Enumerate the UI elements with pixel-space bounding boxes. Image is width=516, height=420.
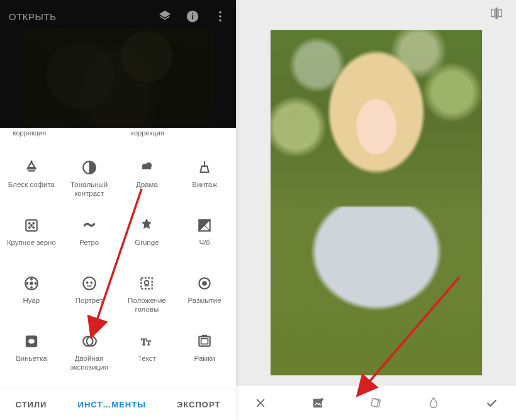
svg-point-19	[30, 278, 32, 280]
tool-frames[interactable]: Рамки	[176, 329, 233, 384]
svg-rect-26	[142, 278, 152, 288]
svg-point-12	[33, 222, 35, 224]
tool-label: Положение головы	[120, 296, 173, 314]
svg-point-11	[28, 222, 30, 224]
tool-label: Портрет	[76, 296, 103, 305]
tool-blur[interactable]: Размытие	[176, 271, 233, 326]
tool-noir[interactable]: Нуар	[3, 271, 60, 326]
tool-label: Двойная экспозиция	[63, 354, 116, 372]
main-photo[interactable]	[271, 30, 482, 375]
grunge-icon	[138, 217, 155, 234]
add-image-icon[interactable]	[311, 396, 325, 410]
vintage-icon	[196, 159, 213, 176]
svg-rect-1	[192, 15, 193, 19]
left-panel: ОТКРЫТЬ коррекция коррекция	[0, 0, 236, 420]
noir-icon	[23, 275, 40, 292]
tool-double-exposure[interactable]: Двойная экспозиция	[60, 329, 118, 384]
tab-styles[interactable]: СТИЛИ	[16, 400, 47, 409]
tool-label: Ретро	[79, 238, 99, 247]
right-top-bar	[236, 0, 516, 29]
tool-vintage[interactable]: Винтаж	[176, 155, 233, 210]
svg-point-15	[30, 225, 32, 227]
tab-tools[interactable]: ИНСТ…МЕНТЫ	[78, 400, 146, 409]
tool-grunge[interactable]: Grunge	[118, 213, 176, 268]
tool-label: Блеск софита	[8, 180, 55, 189]
tool-text[interactable]: TT Текст	[118, 329, 176, 384]
tool-tonal-contrast[interactable]: Тональный контраст	[60, 155, 118, 210]
svg-text:T: T	[141, 337, 147, 347]
portrait-icon	[81, 275, 98, 292]
tool-drama[interactable]: Драма	[118, 155, 176, 210]
tool-glamour-glow[interactable]: Блеск софита	[3, 155, 60, 210]
text-icon: TT	[138, 332, 155, 350]
tool-label: Ч/б	[199, 238, 210, 247]
svg-point-3	[219, 11, 222, 14]
tool-label: Размытие	[188, 296, 222, 305]
tool-label: Винтаж	[192, 180, 217, 189]
canvas-area	[236, 29, 516, 386]
tool-label: Рамки	[194, 354, 215, 363]
grainy-film-icon	[23, 217, 40, 234]
open-button[interactable]: ОТКРЫТЬ	[9, 11, 158, 22]
tool-label: Крупное зерно	[7, 238, 56, 247]
tab-export[interactable]: ЭКСПОРТ	[177, 400, 220, 409]
double-exposure-icon	[81, 332, 98, 350]
svg-point-9	[146, 162, 152, 168]
tool-label: Тональный контраст	[63, 180, 116, 198]
compare-icon[interactable]	[490, 6, 503, 23]
svg-rect-2	[192, 13, 193, 14]
tool-grainy-film[interactable]: Крупное зерно	[3, 213, 60, 268]
svg-point-4	[219, 15, 222, 18]
svg-point-13	[28, 227, 30, 229]
app-bar: ОТКРЫТЬ	[0, 0, 236, 33]
svg-point-23	[83, 277, 96, 290]
svg-point-20	[30, 287, 32, 288]
truncated-labels-row: коррекция коррекция	[0, 128, 236, 147]
more-vert-icon[interactable]	[213, 9, 227, 23]
left-preview-area: ОТКРЫТЬ коррекция коррекция	[0, 0, 236, 147]
svg-point-5	[219, 20, 222, 22]
tool-label: Grunge	[135, 238, 159, 247]
tool-retrolux[interactable]: Ретро	[60, 213, 118, 268]
svg-point-21	[26, 283, 28, 285]
check-icon[interactable]	[485, 396, 498, 410]
layers-icon[interactable]	[158, 9, 172, 23]
head-pose-icon	[138, 275, 155, 292]
info-icon[interactable]	[186, 9, 199, 23]
vignette-icon	[23, 332, 40, 350]
tool-head-pose[interactable]: Положение головы	[118, 271, 176, 326]
drama-icon	[138, 159, 155, 176]
tonal-contrast-icon	[81, 159, 98, 176]
tool-label: Драма	[136, 180, 158, 189]
svg-rect-38	[203, 335, 207, 336]
svg-text:T: T	[147, 339, 151, 346]
close-icon[interactable]	[254, 396, 267, 410]
peek-label	[178, 128, 235, 147]
svg-point-27	[145, 281, 149, 285]
glamour-glow-icon	[23, 159, 40, 176]
svg-point-22	[35, 283, 36, 285]
svg-rect-37	[201, 339, 208, 344]
tool-label: Текст	[138, 354, 156, 363]
svg-point-6	[31, 161, 32, 162]
svg-point-18	[30, 282, 33, 285]
style-icon[interactable]	[369, 396, 383, 410]
peek-label: коррекция	[1, 128, 58, 147]
frames-icon	[196, 332, 213, 350]
svg-point-24	[86, 282, 88, 284]
peek-label: коррекция	[119, 128, 176, 147]
svg-point-31	[28, 339, 35, 344]
svg-point-25	[91, 282, 93, 284]
tool-vignette[interactable]: Виньетка	[3, 329, 60, 384]
svg-point-14	[33, 227, 35, 229]
bw-icon	[196, 217, 213, 234]
tools-grid: Блеск софита Тональный контраст Драма Ви…	[0, 147, 236, 389]
tool-label: Нуар	[23, 296, 40, 305]
tool-portrait[interactable]: Портрет	[60, 271, 118, 326]
bottom-tabs: СТИЛИ ИНСТ…МЕНТЫ ЭКСПОРТ	[0, 389, 236, 420]
opacity-icon[interactable]	[427, 396, 440, 410]
right-toolbar	[236, 386, 516, 420]
tool-bw[interactable]: Ч/б	[176, 213, 233, 268]
peek-label	[60, 128, 117, 147]
right-panel	[236, 0, 516, 420]
